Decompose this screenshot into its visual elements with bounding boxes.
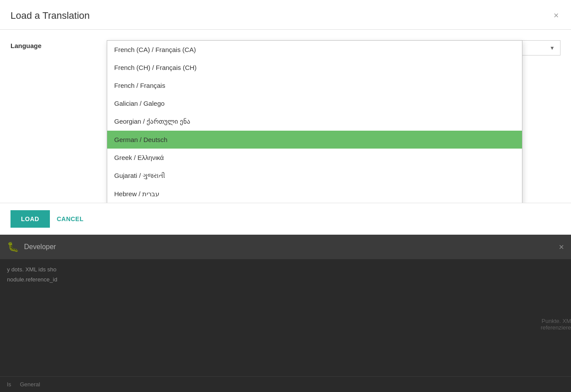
dropdown-item-french-ch[interactable]: French (CH) / Français (CH) xyxy=(107,59,522,76)
dropdown-item-french[interactable]: French / Français xyxy=(107,76,522,94)
language-row: Language German / Deutsch French (CA) / … xyxy=(11,40,560,56)
dropdown-item-georgian[interactable]: Georgian / ქართული ენა xyxy=(107,112,522,131)
dropdown-item-french-ca[interactable]: French (CA) / Français (CA) xyxy=(107,41,522,59)
modal-title: Load a Translation xyxy=(11,10,90,21)
modal-close-button[interactable]: × xyxy=(552,9,560,22)
load-button[interactable]: LOAD xyxy=(11,210,50,228)
modal-header: Load a Translation × xyxy=(0,0,571,30)
modal-footer: LOAD CANCEL xyxy=(0,203,571,235)
modal-dialog: Load a Translation × Language German / D… xyxy=(0,0,571,235)
modal-body: Language German / Deutsch French (CA) / … xyxy=(0,30,571,203)
cancel-button[interactable]: CANCEL xyxy=(57,215,84,222)
language-label: Language xyxy=(11,40,107,49)
language-control: German / Deutsch French (CA) / Français … xyxy=(107,40,560,56)
language-dropdown-list[interactable]: French (CA) / Français (CA) French (CH) … xyxy=(107,40,522,203)
dropdown-item-greek[interactable]: Greek / Ελληνικά xyxy=(107,149,522,167)
dropdown-item-german[interactable]: German / Deutsch xyxy=(107,131,522,149)
dropdown-item-gujarati[interactable]: Gujarati / ગુજરાતી xyxy=(107,167,522,185)
dropdown-item-hebrew[interactable]: Hebrew / עברית xyxy=(107,185,522,203)
dropdown-item-galician[interactable]: Galician / Galego xyxy=(107,94,522,112)
